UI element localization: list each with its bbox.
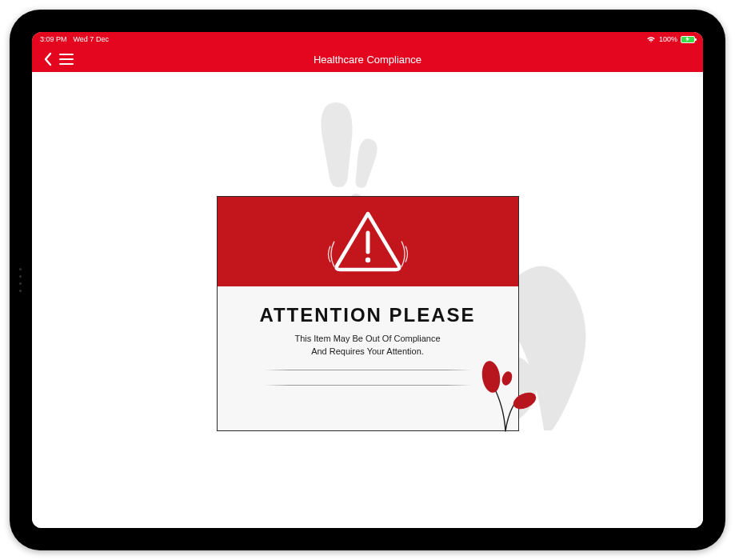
sound-wave-right-icon	[398, 238, 413, 274]
svg-point-6	[500, 370, 513, 387]
decor-lines	[264, 370, 472, 386]
battery-percent: 100%	[659, 35, 677, 43]
attention-sub-line1: This Item May Be Out Of Compliance	[294, 334, 440, 343]
svg-point-4	[480, 360, 501, 394]
menu-button[interactable]	[59, 50, 78, 69]
status-date: Wed 7 Dec	[74, 35, 109, 43]
frame-decor-dots	[19, 268, 22, 292]
content-area: ATTENTION PLEASE This Item May Be Out Of…	[32, 72, 703, 528]
sound-wave-left-icon	[323, 238, 338, 274]
attention-card: ATTENTION PLEASE This Item May Be Out Of…	[217, 196, 519, 431]
battery-icon	[681, 36, 695, 43]
card-header-panel	[218, 197, 518, 286]
back-button[interactable]	[38, 50, 58, 69]
decor-flower-icon	[469, 359, 549, 435]
status-bar: 3:09 PM Wed 7 Dec 100%	[32, 32, 703, 46]
warning-triangle-icon	[333, 210, 403, 273]
attention-title: ATTENTION PLEASE	[259, 304, 475, 326]
page-title: Healthcare Compliance	[32, 54, 703, 66]
screen: 3:09 PM Wed 7 Dec 100%	[32, 32, 703, 528]
hamburger-icon	[59, 54, 74, 55]
chevron-left-icon	[42, 52, 54, 66]
status-time: 3:09 PM	[40, 35, 67, 43]
attention-subtitle: This Item May Be Out Of Compliance And R…	[294, 333, 440, 358]
tablet-frame: 3:09 PM Wed 7 Dec 100%	[10, 10, 725, 550]
svg-point-3	[365, 258, 369, 262]
svg-point-5	[510, 390, 538, 413]
attention-sub-line2: And Requires Your Attention.	[311, 346, 424, 356]
app-header: Healthcare Compliance	[32, 46, 703, 72]
wifi-icon	[646, 36, 656, 43]
card-body: ATTENTION PLEASE This Item May Be Out Of…	[218, 286, 518, 430]
